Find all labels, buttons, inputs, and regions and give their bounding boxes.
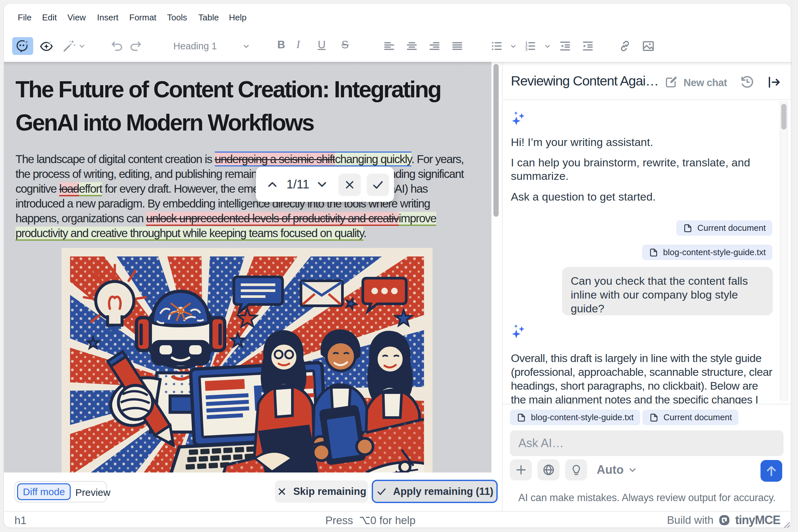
svg-text:3: 3: [525, 47, 527, 51]
